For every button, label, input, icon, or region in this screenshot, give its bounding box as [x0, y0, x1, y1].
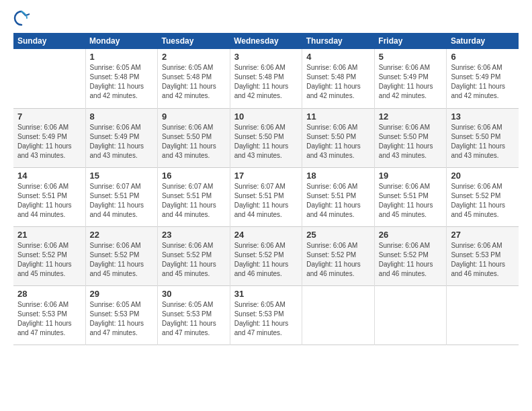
day-info: Sunrise: 6:06 AM Sunset: 5:52 PM Dayligh…: [162, 241, 226, 279]
day-number: 12: [379, 111, 443, 122]
day-info: Sunrise: 6:07 AM Sunset: 5:51 PM Dayligh…: [234, 182, 298, 220]
calendar-cell: 30Sunrise: 6:05 AM Sunset: 5:53 PM Dayli…: [158, 285, 230, 345]
day-info: Sunrise: 6:06 AM Sunset: 5:52 PM Dayligh…: [451, 182, 515, 220]
header-cell-sunday: Sunday: [13, 33, 85, 49]
day-info: Sunrise: 6:06 AM Sunset: 5:52 PM Dayligh…: [379, 241, 443, 279]
day-number: 24: [234, 230, 298, 240]
day-number: 10: [234, 111, 298, 122]
calendar-table: SundayMondayTuesdayWednesdayThursdayFrid…: [13, 33, 519, 345]
calendar-cell: [374, 285, 447, 345]
calendar-cell: 19Sunrise: 6:06 AM Sunset: 5:51 PM Dayli…: [374, 167, 447, 226]
calendar-cell: 8Sunrise: 6:06 AM Sunset: 5:49 PM Daylig…: [85, 108, 158, 167]
calendar-week-1: 1Sunrise: 6:05 AM Sunset: 5:48 PM Daylig…: [13, 49, 519, 108]
day-info: Sunrise: 6:06 AM Sunset: 5:49 PM Dayligh…: [451, 63, 515, 101]
day-info: Sunrise: 6:06 AM Sunset: 5:50 PM Dayligh…: [451, 123, 515, 161]
day-number: 20: [451, 171, 515, 181]
day-info: Sunrise: 6:06 AM Sunset: 5:53 PM Dayligh…: [17, 300, 81, 338]
calendar-week-4: 21Sunrise: 6:06 AM Sunset: 5:52 PM Dayli…: [13, 226, 519, 285]
calendar-cell: 23Sunrise: 6:06 AM Sunset: 5:52 PM Dayli…: [158, 226, 230, 285]
day-number: 14: [17, 171, 81, 181]
logo-icon: [13, 10, 30, 26]
calendar-cell: 7Sunrise: 6:06 AM Sunset: 5:49 PM Daylig…: [13, 108, 85, 167]
calendar-cell: 9Sunrise: 6:06 AM Sunset: 5:50 PM Daylig…: [158, 108, 230, 167]
day-number: 26: [379, 230, 443, 240]
day-info: Sunrise: 6:07 AM Sunset: 5:51 PM Dayligh…: [162, 182, 226, 220]
calendar-cell: 12Sunrise: 6:06 AM Sunset: 5:50 PM Dayli…: [374, 108, 447, 167]
day-number: 3: [234, 52, 298, 62]
calendar-cell: 14Sunrise: 6:06 AM Sunset: 5:51 PM Dayli…: [13, 167, 85, 226]
calendar-cell: 25Sunrise: 6:06 AM Sunset: 5:52 PM Dayli…: [302, 226, 375, 285]
header-row: SundayMondayTuesdayWednesdayThursdayFrid…: [13, 33, 519, 49]
day-number: 11: [306, 111, 370, 122]
day-number: 15: [90, 171, 154, 181]
day-info: Sunrise: 6:06 AM Sunset: 5:52 PM Dayligh…: [17, 241, 81, 279]
day-number: 22: [90, 230, 154, 240]
day-number: 6: [451, 52, 515, 62]
day-info: Sunrise: 6:06 AM Sunset: 5:50 PM Dayligh…: [379, 123, 443, 161]
day-info: Sunrise: 6:05 AM Sunset: 5:48 PM Dayligh…: [162, 63, 226, 101]
logo: [13, 10, 33, 26]
header-cell-thursday: Thursday: [302, 33, 375, 49]
calendar-cell: [13, 49, 85, 108]
day-number: 25: [306, 230, 370, 240]
day-info: Sunrise: 6:06 AM Sunset: 5:49 PM Dayligh…: [90, 123, 154, 161]
calendar-cell: 26Sunrise: 6:06 AM Sunset: 5:52 PM Dayli…: [374, 226, 447, 285]
day-info: Sunrise: 6:06 AM Sunset: 5:50 PM Dayligh…: [162, 123, 226, 161]
header-cell-friday: Friday: [374, 33, 447, 49]
calendar-cell: 29Sunrise: 6:05 AM Sunset: 5:53 PM Dayli…: [85, 285, 158, 345]
calendar-cell: 2Sunrise: 6:05 AM Sunset: 5:48 PM Daylig…: [158, 49, 230, 108]
calendar-cell: 3Sunrise: 6:06 AM Sunset: 5:48 PM Daylig…: [230, 49, 302, 108]
day-number: 1: [90, 52, 154, 62]
calendar-cell: 24Sunrise: 6:06 AM Sunset: 5:52 PM Dayli…: [230, 226, 302, 285]
calendar-week-2: 7Sunrise: 6:06 AM Sunset: 5:49 PM Daylig…: [13, 108, 519, 167]
day-number: 23: [162, 230, 226, 240]
day-number: 29: [90, 289, 154, 299]
day-info: Sunrise: 6:06 AM Sunset: 5:52 PM Dayligh…: [234, 241, 298, 279]
day-number: 16: [162, 171, 226, 181]
header-cell-saturday: Saturday: [447, 33, 519, 49]
day-info: Sunrise: 6:06 AM Sunset: 5:50 PM Dayligh…: [306, 123, 370, 161]
header: [13, 10, 519, 26]
day-info: Sunrise: 6:06 AM Sunset: 5:51 PM Dayligh…: [379, 182, 443, 220]
calendar-cell: 1Sunrise: 6:05 AM Sunset: 5:48 PM Daylig…: [85, 49, 158, 108]
page: SundayMondayTuesdayWednesdayThursdayFrid…: [0, 0, 532, 355]
calendar-cell: 18Sunrise: 6:06 AM Sunset: 5:51 PM Dayli…: [302, 167, 375, 226]
day-number: 8: [90, 111, 154, 122]
calendar-cell: 5Sunrise: 6:06 AM Sunset: 5:49 PM Daylig…: [374, 49, 447, 108]
day-info: Sunrise: 6:05 AM Sunset: 5:48 PM Dayligh…: [90, 63, 154, 101]
calendar-cell: 4Sunrise: 6:06 AM Sunset: 5:48 PM Daylig…: [302, 49, 375, 108]
header-cell-monday: Monday: [85, 33, 158, 49]
day-info: Sunrise: 6:06 AM Sunset: 5:52 PM Dayligh…: [90, 241, 154, 279]
header-cell-tuesday: Tuesday: [158, 33, 230, 49]
calendar-week-5: 28Sunrise: 6:06 AM Sunset: 5:53 PM Dayli…: [13, 285, 519, 345]
day-info: Sunrise: 6:05 AM Sunset: 5:53 PM Dayligh…: [90, 300, 154, 338]
calendar-cell: 6Sunrise: 6:06 AM Sunset: 5:49 PM Daylig…: [447, 49, 519, 108]
calendar-cell: 16Sunrise: 6:07 AM Sunset: 5:51 PM Dayli…: [158, 167, 230, 226]
calendar-cell: 17Sunrise: 6:07 AM Sunset: 5:51 PM Dayli…: [230, 167, 302, 226]
day-number: 2: [162, 52, 226, 62]
day-number: 5: [379, 52, 443, 62]
day-info: Sunrise: 6:06 AM Sunset: 5:52 PM Dayligh…: [306, 241, 370, 279]
day-info: Sunrise: 6:06 AM Sunset: 5:48 PM Dayligh…: [306, 63, 370, 101]
day-number: 28: [17, 289, 81, 299]
day-info: Sunrise: 6:05 AM Sunset: 5:53 PM Dayligh…: [234, 300, 298, 338]
calendar-cell: 22Sunrise: 6:06 AM Sunset: 5:52 PM Dayli…: [85, 226, 158, 285]
day-number: 19: [379, 171, 443, 181]
calendar-week-3: 14Sunrise: 6:06 AM Sunset: 5:51 PM Dayli…: [13, 167, 519, 226]
day-number: 18: [306, 171, 370, 181]
calendar-cell: 31Sunrise: 6:05 AM Sunset: 5:53 PM Dayli…: [230, 285, 302, 345]
day-info: Sunrise: 6:06 AM Sunset: 5:48 PM Dayligh…: [234, 63, 298, 101]
calendar-cell: 27Sunrise: 6:06 AM Sunset: 5:53 PM Dayli…: [447, 226, 519, 285]
day-number: 17: [234, 171, 298, 181]
calendar-cell: 13Sunrise: 6:06 AM Sunset: 5:50 PM Dayli…: [447, 108, 519, 167]
calendar-cell: 28Sunrise: 6:06 AM Sunset: 5:53 PM Dayli…: [13, 285, 85, 345]
calendar-cell: [302, 285, 375, 345]
day-number: 13: [451, 111, 515, 122]
calendar-body: 1Sunrise: 6:05 AM Sunset: 5:48 PM Daylig…: [13, 49, 519, 345]
calendar-cell: 20Sunrise: 6:06 AM Sunset: 5:52 PM Dayli…: [447, 167, 519, 226]
day-number: 31: [234, 289, 298, 299]
day-number: 27: [451, 230, 515, 240]
calendar-cell: 21Sunrise: 6:06 AM Sunset: 5:52 PM Dayli…: [13, 226, 85, 285]
calendar-cell: 15Sunrise: 6:07 AM Sunset: 5:51 PM Dayli…: [85, 167, 158, 226]
calendar-header: SundayMondayTuesdayWednesdayThursdayFrid…: [13, 33, 519, 49]
